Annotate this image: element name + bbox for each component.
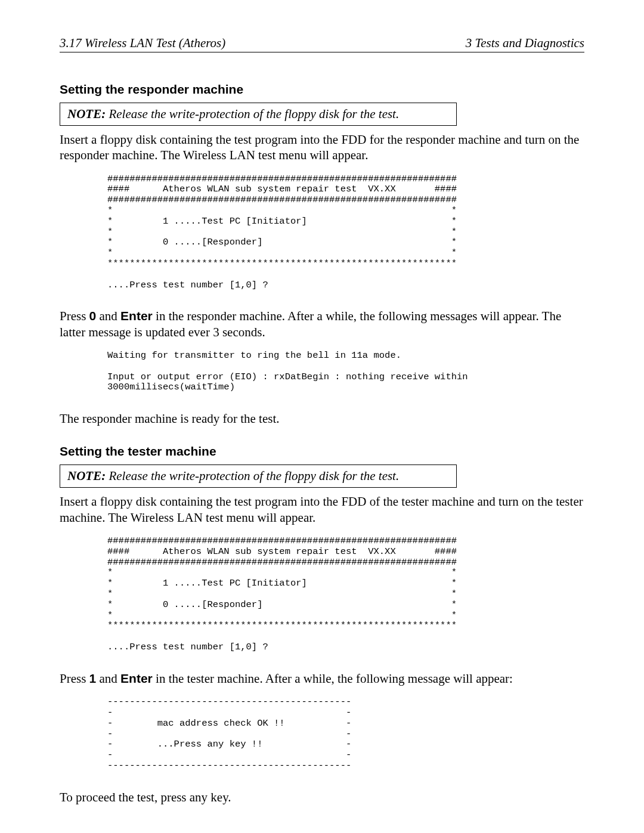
key-one: 1 bbox=[89, 671, 97, 685]
note-text: Release the write-protection of the flop… bbox=[106, 107, 399, 121]
text-and: and bbox=[96, 671, 120, 686]
note-box-responder: NOTE: Release the write-protection of th… bbox=[60, 103, 457, 126]
key-enter: Enter bbox=[120, 309, 153, 323]
text-press: Press bbox=[60, 309, 89, 323]
responder-intro: Insert a floppy disk containing the test… bbox=[60, 132, 584, 163]
note-text: Release the write-protection of the flop… bbox=[106, 469, 399, 483]
tester-menu-code: ########################################… bbox=[107, 536, 584, 653]
page: 3.17 Wireless LAN Test (Atheros) 3 Tests… bbox=[0, 0, 644, 833]
text-and: and bbox=[96, 309, 120, 323]
page-header: 3.17 Wireless LAN Test (Atheros) 3 Tests… bbox=[60, 36, 584, 52]
key-enter: Enter bbox=[120, 671, 153, 685]
tester-proceed: To proceed the test, press any key. bbox=[60, 789, 584, 805]
responder-press-instruction: Press 0 and Enter in the responder machi… bbox=[60, 308, 584, 340]
section-tester-title: Setting the tester machine bbox=[60, 444, 584, 459]
header-right: 3 Tests and Diagnostics bbox=[466, 36, 584, 51]
text-after-enter: in the tester machine. After a while, th… bbox=[153, 671, 513, 686]
tester-press-instruction: Press 1 and Enter in the tester machine.… bbox=[60, 671, 584, 686]
note-box-tester: NOTE: Release the write-protection of th… bbox=[60, 465, 457, 488]
section-responder-title: Setting the responder machine bbox=[60, 82, 584, 97]
responder-ready: The responder machine is ready for the t… bbox=[60, 411, 584, 426]
note-label: NOTE: bbox=[67, 469, 106, 483]
responder-menu-code: ########################################… bbox=[107, 174, 584, 291]
key-zero: 0 bbox=[89, 309, 97, 323]
tester-intro: Insert a floppy disk containing the test… bbox=[60, 494, 584, 525]
header-left: 3.17 Wireless LAN Test (Atheros) bbox=[60, 36, 225, 51]
text-press: Press bbox=[60, 671, 89, 686]
note-label: NOTE: bbox=[67, 107, 106, 121]
tester-mac-code: ----------------------------------------… bbox=[107, 697, 584, 772]
responder-wait-code: Waiting for transmitter to ring the bell… bbox=[107, 351, 584, 393]
